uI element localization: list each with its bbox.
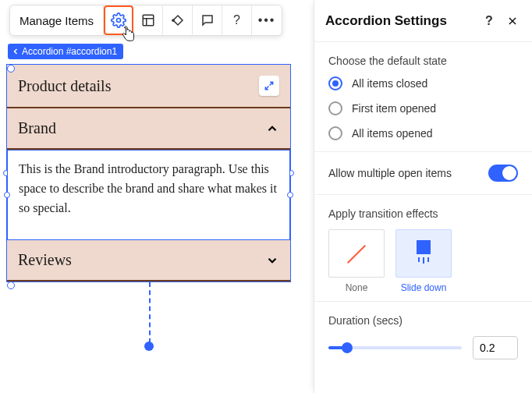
- radio-label: First item opened: [352, 102, 436, 115]
- help-button[interactable]: ?: [222, 5, 252, 35]
- add-item-guide: [149, 282, 151, 343]
- accordion-item[interactable]: Reviews: [7, 240, 290, 281]
- speech-bubble-icon: [200, 13, 215, 27]
- breadcrumb-label: Accordion #accordion1: [22, 46, 117, 57]
- accordion-item[interactable]: Brand: [7, 108, 290, 150]
- svg-point-2: [172, 19, 173, 21]
- radio-icon: [328, 101, 342, 115]
- allow-multiple-label: Allow multiple open items: [328, 167, 452, 179]
- accordion-item[interactable]: Product details: [7, 65, 290, 108]
- comment-button[interactable]: [193, 5, 222, 35]
- svg-rect-3: [417, 240, 431, 254]
- question-icon: ?: [485, 14, 493, 28]
- radio-all-opened[interactable]: All items opened: [328, 126, 518, 140]
- radio-label: All items opened: [352, 127, 433, 140]
- accordion-item-title: Brand: [18, 119, 56, 137]
- settings-button[interactable]: [104, 5, 133, 35]
- manage-items-label: Manage Items: [20, 14, 94, 27]
- effect-slide-down[interactable]: Slide down: [395, 229, 452, 293]
- radio-icon: [328, 76, 342, 90]
- radio-first-opened[interactable]: First item opened: [328, 101, 518, 115]
- expand-diagonal-icon: [264, 80, 275, 91]
- accordion-body-text: This is the Brand introductory paragraph…: [19, 162, 277, 214]
- ellipsis-icon: •••: [258, 13, 276, 27]
- accordion-item-title: Product details: [18, 77, 111, 95]
- more-button[interactable]: •••: [252, 5, 282, 35]
- layout-icon: [141, 13, 155, 27]
- svg-rect-1: [143, 15, 154, 26]
- question-icon: ?: [233, 13, 240, 27]
- panel-close-button[interactable]: [504, 12, 521, 30]
- chevron-up-icon[interactable]: [265, 122, 279, 136]
- manage-items-button[interactable]: Manage Items: [10, 5, 104, 35]
- close-icon: [507, 16, 518, 27]
- panel-title: Accordion Settings: [325, 13, 474, 29]
- accordion-body[interactable]: This is the Brand introductory paragraph…: [7, 150, 290, 240]
- radio-all-closed[interactable]: All items closed: [328, 76, 518, 90]
- settings-panel: Accordion Settings ? Choose the default …: [314, 0, 532, 393]
- animation-icon: [171, 13, 185, 27]
- accordion-item-title: Reviews: [18, 251, 72, 269]
- effect-none[interactable]: None: [328, 229, 385, 293]
- accordion-preview: Product details Brand This is the Brand …: [6, 64, 291, 282]
- resize-handle-left[interactable]: [4, 192, 10, 198]
- radio-label: All items closed: [352, 77, 427, 90]
- radio-icon: [328, 126, 342, 140]
- duration-slider[interactable]: [328, 338, 462, 357]
- slide-down-icon: [412, 239, 435, 269]
- resize-handle-right[interactable]: [287, 192, 293, 198]
- default-state-label: Choose the default state: [328, 55, 518, 67]
- component-toolbar: Manage Items ? •••: [9, 5, 282, 36]
- layout-button[interactable]: [133, 5, 163, 35]
- duration-label: Duration (secs): [328, 314, 518, 327]
- animation-button[interactable]: [163, 5, 193, 35]
- svg-point-0: [116, 19, 120, 23]
- gear-icon: [111, 12, 126, 28]
- slider-thumb[interactable]: [342, 342, 353, 353]
- transition-label: Apply transition effects: [328, 207, 518, 220]
- effect-label: None: [328, 282, 385, 293]
- none-icon: [341, 238, 372, 269]
- panel-help-button[interactable]: ?: [481, 12, 498, 30]
- add-item-handle[interactable]: [144, 342, 154, 351]
- breadcrumb[interactable]: Accordion #accordion1: [8, 44, 123, 59]
- chevron-left-icon: [11, 47, 20, 56]
- duration-input[interactable]: [473, 336, 518, 359]
- expand-button[interactable]: [259, 76, 279, 96]
- effect-label: Slide down: [395, 282, 452, 293]
- allow-multiple-toggle[interactable]: [488, 165, 518, 182]
- chevron-down-icon[interactable]: [265, 253, 279, 267]
